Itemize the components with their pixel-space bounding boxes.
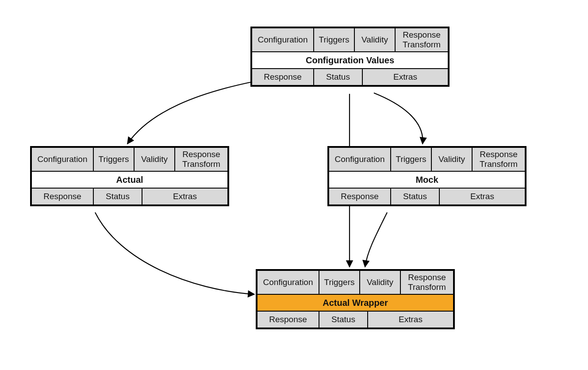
node-title: Actual: [31, 171, 228, 188]
node-actual-wrapper: Configuration Triggers Validity Response…: [256, 269, 455, 329]
cell-extras: Extras: [368, 311, 453, 328]
node-actual: Configuration Triggers Validity Response…: [30, 146, 229, 206]
cell-extras: Extras: [439, 188, 525, 205]
cell-response-transform: Response Transform: [472, 147, 525, 171]
cell-validity: Validity: [360, 270, 400, 294]
node-title: Mock: [329, 171, 525, 188]
cell-status: Status: [319, 311, 368, 328]
cell-status: Status: [391, 188, 439, 205]
cell-triggers: Triggers: [319, 270, 360, 294]
cell-configuration: Configuration: [252, 28, 314, 52]
node-mock: Configuration Triggers Validity Response…: [327, 146, 527, 206]
cell-triggers: Triggers: [391, 147, 431, 171]
edge-config-to-mock: [374, 93, 423, 144]
cell-response-transform: Response Transform: [400, 270, 453, 294]
cell-response: Response: [31, 188, 93, 205]
cell-configuration: Configuration: [257, 270, 319, 294]
cell-triggers: Triggers: [314, 28, 354, 52]
edge-config-to-actual: [127, 82, 252, 144]
cell-extras: Extras: [362, 69, 448, 85]
node-title: Configuration Values: [252, 52, 448, 69]
cell-status: Status: [93, 188, 142, 205]
cell-validity: Validity: [354, 28, 395, 52]
cell-configuration: Configuration: [329, 147, 391, 171]
cell-response: Response: [329, 188, 391, 205]
cell-extras: Extras: [142, 188, 228, 205]
cell-triggers: Triggers: [93, 147, 134, 171]
node-configuration-values: Configuration Triggers Validity Response…: [250, 27, 450, 87]
cell-validity: Validity: [134, 147, 175, 171]
cell-response: Response: [252, 69, 314, 85]
cell-response-transform: Response Transform: [175, 147, 228, 171]
cell-response: Response: [257, 311, 319, 328]
cell-validity: Validity: [431, 147, 472, 171]
cell-configuration: Configuration: [31, 147, 93, 171]
edge-actual-to-wrapper: [95, 212, 254, 294]
cell-status: Status: [314, 69, 362, 85]
edge-mock-to-wrapper: [365, 212, 387, 267]
diagram-canvas: Configuration Triggers Validity Response…: [0, 0, 588, 370]
node-title: Actual Wrapper: [257, 294, 453, 311]
cell-response-transform: Response Transform: [395, 28, 448, 52]
